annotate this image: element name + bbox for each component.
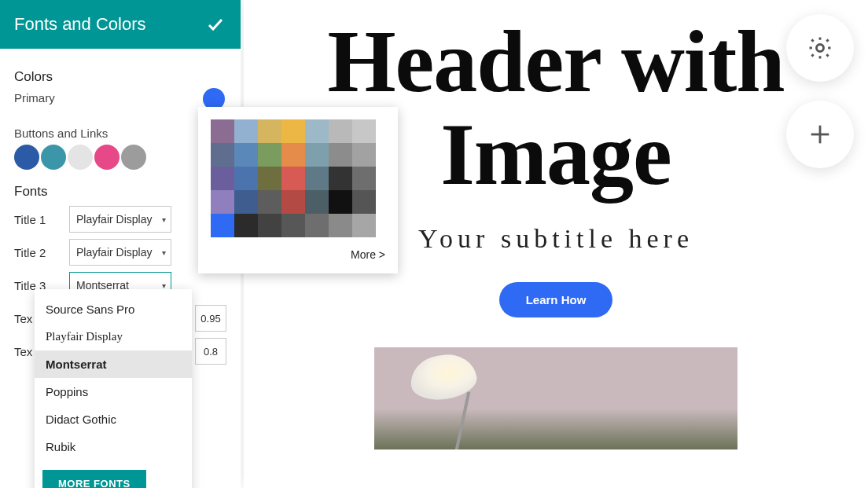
settings-fab[interactable] xyxy=(786,14,854,82)
color-swatch[interactable] xyxy=(41,145,66,170)
color-cell[interactable] xyxy=(305,119,329,143)
plus-icon xyxy=(807,121,833,148)
color-cell[interactable] xyxy=(329,214,352,237)
color-cell[interactable] xyxy=(211,214,234,237)
font-select-title1[interactable]: Playfair Display ▾ xyxy=(69,206,171,233)
font-option[interactable]: Rubik xyxy=(35,433,192,460)
color-cell[interactable] xyxy=(211,119,234,143)
add-fab[interactable] xyxy=(786,101,854,168)
color-cell[interactable] xyxy=(258,167,281,190)
color-picker-popover: More > xyxy=(198,107,398,273)
color-cell[interactable] xyxy=(234,143,258,167)
confirm-button[interactable] xyxy=(204,13,226,35)
hero-image[interactable] xyxy=(374,347,737,449)
color-swatch[interactable] xyxy=(94,145,120,170)
color-cell[interactable] xyxy=(305,190,329,214)
svg-point-0 xyxy=(816,44,823,51)
color-cell[interactable] xyxy=(281,190,305,214)
font-row-title2: Title 2 Playfair Display ▾ xyxy=(14,239,226,266)
color-cell[interactable] xyxy=(281,143,305,167)
font-option[interactable]: Source Sans Pro xyxy=(35,295,192,323)
color-cell[interactable] xyxy=(305,143,329,167)
colors-section-label: Colors xyxy=(14,69,226,85)
color-cell[interactable] xyxy=(352,143,376,167)
more-colors-link[interactable]: More > xyxy=(211,248,385,261)
cta-button[interactable]: Learn How xyxy=(499,282,613,317)
chevron-down-icon: ▾ xyxy=(162,215,166,224)
fonts-section-label: Fonts xyxy=(14,184,226,200)
panel-header: Fonts and Colors xyxy=(0,0,241,49)
color-cell[interactable] xyxy=(352,190,376,214)
font-option[interactable]: Poppins xyxy=(35,378,192,405)
color-cell[interactable] xyxy=(352,119,376,143)
color-cell[interactable] xyxy=(281,119,305,143)
color-cell[interactable] xyxy=(329,119,352,143)
color-swatch[interactable] xyxy=(14,145,39,170)
color-cell[interactable] xyxy=(258,214,281,237)
color-cell[interactable] xyxy=(211,190,234,214)
color-cell[interactable] xyxy=(234,167,258,190)
font-row-label: Title 1 xyxy=(14,213,61,226)
font-option[interactable]: Montserrat xyxy=(35,350,192,378)
color-cell[interactable] xyxy=(352,214,376,237)
color-cell[interactable] xyxy=(305,167,329,190)
color-cell[interactable] xyxy=(258,190,281,214)
panel-title: Fonts and Colors xyxy=(14,14,146,35)
color-cell[interactable] xyxy=(234,190,258,214)
color-cell[interactable] xyxy=(329,143,352,167)
more-fonts-button[interactable]: MORE FONTS xyxy=(42,470,146,488)
font-select-title2[interactable]: Playfair Display ▾ xyxy=(69,239,171,266)
gear-icon xyxy=(807,35,833,61)
chevron-down-icon: ▾ xyxy=(162,248,166,257)
font-dropdown: Source Sans ProPlayfair DisplayMontserra… xyxy=(35,289,192,488)
color-cell[interactable] xyxy=(211,167,234,190)
color-cell[interactable] xyxy=(281,214,305,237)
font-option[interactable]: Didact Gothic xyxy=(35,405,192,433)
color-swatch[interactable] xyxy=(68,145,93,170)
color-cell[interactable] xyxy=(329,190,352,214)
color-swatch[interactable] xyxy=(121,145,146,170)
color-cell[interactable] xyxy=(329,167,352,190)
color-grid xyxy=(211,119,385,237)
color-cell[interactable] xyxy=(234,214,258,237)
font-option[interactable]: Playfair Display xyxy=(35,323,192,350)
font-row-label: Title 2 xyxy=(14,246,61,259)
color-cell[interactable] xyxy=(352,167,376,190)
button-color-swatches xyxy=(14,145,226,170)
font-size-input[interactable]: 0.8 xyxy=(195,338,226,365)
font-row-title1: Title 1 Playfair Display ▾ xyxy=(14,206,226,233)
color-cell[interactable] xyxy=(258,119,281,143)
font-size-input[interactable]: 0.95 xyxy=(195,305,226,332)
color-cell[interactable] xyxy=(305,214,329,237)
chevron-down-icon: ▾ xyxy=(162,281,166,290)
color-cell[interactable] xyxy=(281,167,305,190)
color-cell[interactable] xyxy=(211,143,234,167)
buttons-links-label: Buttons and Links xyxy=(14,127,226,140)
primary-color-label: Primary xyxy=(14,91,226,105)
color-cell[interactable] xyxy=(234,119,258,143)
color-cell[interactable] xyxy=(258,143,281,167)
